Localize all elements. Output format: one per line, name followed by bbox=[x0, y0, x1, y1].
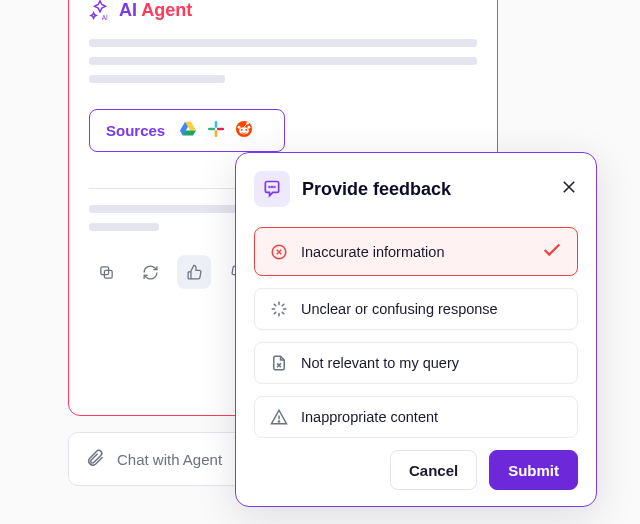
feedback-option-inappropriate[interactable]: Inappropriate content bbox=[254, 396, 578, 438]
copy-button[interactable] bbox=[89, 255, 123, 289]
svg-point-9 bbox=[248, 126, 251, 129]
agent-logo-icon: AI bbox=[89, 0, 111, 21]
feedback-title: Provide feedback bbox=[302, 179, 451, 200]
feedback-popover: Provide feedback Inaccurate information … bbox=[235, 152, 597, 507]
svg-point-7 bbox=[241, 129, 243, 131]
svg-rect-4 bbox=[217, 128, 224, 131]
google-drive-icon bbox=[179, 121, 197, 140]
close-icon[interactable] bbox=[560, 178, 578, 200]
x-circle-icon bbox=[269, 243, 289, 261]
feedback-option-inaccurate[interactable]: Inaccurate information bbox=[254, 227, 578, 276]
feedback-option-unclear[interactable]: Unclear or confusing response bbox=[254, 288, 578, 330]
svg-point-18 bbox=[278, 421, 279, 422]
feedback-header: Provide feedback bbox=[254, 171, 578, 207]
check-icon bbox=[541, 239, 563, 264]
option-label: Unclear or confusing response bbox=[301, 301, 498, 317]
svg-rect-3 bbox=[215, 130, 218, 137]
svg-rect-1 bbox=[215, 121, 218, 128]
warning-icon bbox=[269, 408, 289, 426]
file-x-icon bbox=[269, 354, 289, 372]
svg-point-16 bbox=[274, 187, 275, 188]
option-label: Not relevant to my query bbox=[301, 355, 459, 371]
source-icons bbox=[179, 120, 253, 141]
agent-header: AI AI Agent bbox=[89, 0, 477, 21]
sources-label: Sources bbox=[106, 122, 165, 139]
sources-chip[interactable]: Sources bbox=[89, 109, 285, 152]
loading-icon bbox=[269, 300, 289, 318]
regenerate-button[interactable] bbox=[133, 255, 167, 289]
submit-button[interactable]: Submit bbox=[489, 450, 578, 490]
slack-icon bbox=[207, 120, 225, 141]
svg-text:AI: AI bbox=[102, 14, 108, 21]
reddit-icon bbox=[235, 120, 253, 141]
feedback-icon bbox=[254, 171, 290, 207]
message-body bbox=[89, 39, 477, 93]
option-label: Inaccurate information bbox=[301, 244, 444, 260]
cancel-button[interactable]: Cancel bbox=[390, 450, 477, 490]
svg-point-8 bbox=[246, 129, 248, 131]
option-label: Inappropriate content bbox=[301, 409, 438, 425]
svg-point-15 bbox=[272, 187, 273, 188]
svg-rect-2 bbox=[208, 128, 215, 131]
svg-point-14 bbox=[269, 187, 270, 188]
svg-point-10 bbox=[238, 126, 241, 129]
feedback-footer: Cancel Submit bbox=[254, 450, 578, 490]
thumbs-up-button[interactable] bbox=[177, 255, 211, 289]
agent-name: AI Agent bbox=[119, 0, 192, 21]
chat-input-placeholder: Chat with Agent bbox=[117, 451, 222, 468]
attachment-icon bbox=[85, 448, 105, 471]
feedback-option-irrelevant[interactable]: Not relevant to my query bbox=[254, 342, 578, 384]
